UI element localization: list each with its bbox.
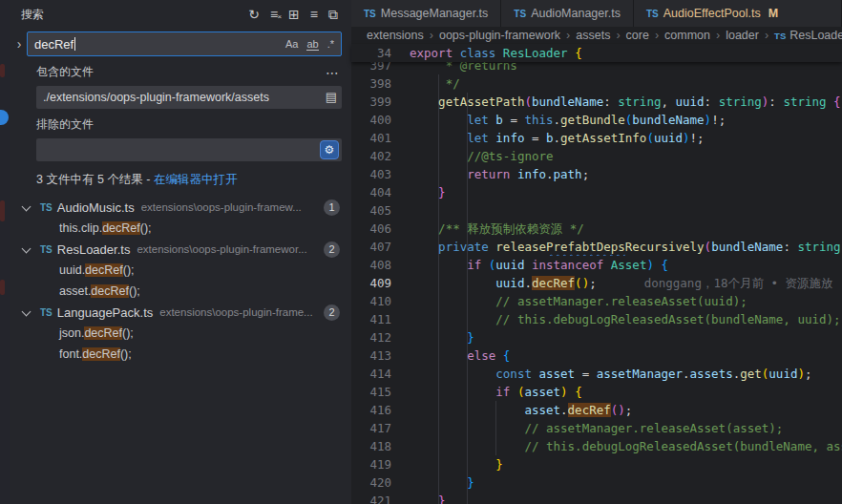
refresh-icon[interactable]: ↻ xyxy=(248,7,260,22)
typescript-file-icon: TS xyxy=(774,31,786,41)
line-number[interactable]: 421 xyxy=(351,492,391,504)
view-as-list-icon[interactable]: ≡ xyxy=(310,7,318,22)
line-number[interactable]: 408 xyxy=(351,256,391,274)
line-number[interactable]: 399 xyxy=(351,93,391,111)
breadcrumb-item[interactable]: common xyxy=(664,29,710,42)
tab-messagemanager-ts[interactable]: TSMessageManager.ts xyxy=(351,0,501,27)
breadcrumb-item[interactable]: assets xyxy=(576,29,610,42)
breadcrumb-file[interactable]: ResLoader.ts xyxy=(789,29,842,42)
code-line: 413 else { xyxy=(351,346,842,365)
tab-audioeffectpool-ts[interactable]: TSAudioEffectPool.tsM xyxy=(634,0,842,27)
code-line-text[interactable]: let b = this.getBundle(bundleName)!; xyxy=(391,111,842,129)
use-exclude-settings-gear-icon[interactable]: ⚙ xyxy=(320,140,339,159)
search-open-editors-icon[interactable]: ▤ xyxy=(326,90,337,104)
code-line-text[interactable]: if (uuid instanceof Asset) { xyxy=(391,256,842,274)
code-token: let xyxy=(467,113,489,127)
tab-audiomanager-ts[interactable]: TSAudioManager.ts xyxy=(501,0,634,27)
line-number[interactable]: 412 xyxy=(351,328,391,346)
chevron-down-icon[interactable] xyxy=(23,200,38,215)
line-number[interactable]: 403 xyxy=(351,165,391,183)
code-line-text[interactable]: // this.debugLogReleasedAsset(bundleName… xyxy=(391,310,842,328)
code-line-text[interactable]: } xyxy=(391,473,842,492)
code-line-text[interactable]: // assetManager.releaseAsset(uuid); xyxy=(391,292,842,310)
code-line-text[interactable]: //@ts-ignore xyxy=(391,147,842,165)
clear-search-results-icon[interactable]: ≡ xyxy=(270,7,278,22)
search-match-row[interactable]: asset.decRef(); xyxy=(10,281,351,302)
code-line-text[interactable]: // assetManager.releaseAsset(asset); xyxy=(391,419,842,437)
code-line-text[interactable] xyxy=(391,201,842,220)
search-match-row[interactable]: json.decRef(); xyxy=(10,323,351,344)
code-line: 400 let b = this.getBundle(bundleName)!; xyxy=(351,111,842,129)
line-number[interactable]: 418 xyxy=(351,437,391,455)
line-number[interactable]: 415 xyxy=(351,383,391,401)
code-line-text[interactable]: } xyxy=(391,183,842,201)
line-number[interactable]: 402 xyxy=(351,147,391,165)
open-in-editor-link[interactable]: 在编辑器中打开 xyxy=(154,173,238,186)
search-match-row[interactable]: this.clip.decRef(); xyxy=(10,218,351,239)
line-number[interactable]: 420 xyxy=(351,473,391,492)
code-line-text[interactable]: return info.path; xyxy=(391,165,842,183)
code-line-text[interactable]: if (asset) { xyxy=(391,383,842,401)
match-case-toggle[interactable]: Aa xyxy=(285,38,298,50)
line-number[interactable]: 404 xyxy=(351,183,391,201)
code-line-text[interactable]: */ xyxy=(391,74,842,93)
new-search-editor-icon[interactable]: ⊞ xyxy=(288,7,300,22)
line-number[interactable]: 400 xyxy=(351,111,391,129)
search-result-file-row[interactable]: TSLanguagePack.tsextensions\oops-plugin-… xyxy=(10,302,351,323)
code-line-text[interactable]: /** 释放预制依赖资源 */ xyxy=(391,220,842,238)
code-line-text[interactable]: } xyxy=(391,492,842,504)
code-line-text[interactable]: uuid.decRef();donggang，18个月前 • 资源施放 xyxy=(391,274,842,292)
chevron-down-icon[interactable] xyxy=(23,242,38,257)
collapse-all-icon[interactable]: ⧉ xyxy=(328,7,338,22)
code-line-text[interactable]: let info = b.getAssetInfo(uuid)!; xyxy=(391,129,842,147)
excludes-input[interactable]: ⚙ xyxy=(36,138,342,161)
line-number[interactable]: 413 xyxy=(351,346,391,365)
code-line-text[interactable]: getAssetPath(bundleName: string, uuid: s… xyxy=(391,93,842,111)
line-number[interactable]: 406 xyxy=(351,220,391,238)
search-match-row[interactable]: uuid.decRef(); xyxy=(10,260,351,281)
code-token: { xyxy=(661,258,668,272)
code-line-text[interactable]: private releasePrefabtDepsRecursively(bu… xyxy=(391,238,842,256)
breadcrumb-item[interactable]: core xyxy=(626,29,649,42)
line-number[interactable]: 407 xyxy=(351,238,391,256)
line-number[interactable]: 410 xyxy=(351,292,391,310)
line-number[interactable]: 411 xyxy=(351,310,391,328)
line-number[interactable]: 409 xyxy=(351,274,391,292)
code-line-text[interactable]: export class ResLoader { xyxy=(391,44,842,62)
line-number[interactable]: 398 xyxy=(351,74,391,93)
includes-input[interactable]: ./extensions/oops-plugin-framework/asset… xyxy=(36,86,342,109)
chevron-down-icon[interactable] xyxy=(23,305,38,320)
code-line-text[interactable]: // this.debugLogReleasedAsset(bundleName… xyxy=(391,437,842,455)
line-number[interactable]: 34 xyxy=(351,44,391,62)
search-result-file-row[interactable]: TSResLoader.tsextensions\oops-plugin-fra… xyxy=(10,239,351,260)
breadcrumb-item[interactable]: oops-plugin-framework xyxy=(439,29,560,42)
breadcrumb-item[interactable]: extensions xyxy=(367,29,424,42)
line-number[interactable]: 417 xyxy=(351,419,391,437)
toggle-replace-chevron[interactable]: › xyxy=(11,36,27,52)
code-token: () xyxy=(575,276,589,290)
code-line-text[interactable]: const asset = assetManager.assets.get(uu… xyxy=(391,365,842,383)
code-token xyxy=(410,367,495,381)
breadcrumb-item[interactable]: loader xyxy=(726,29,759,42)
search-match-row[interactable]: font.decRef(); xyxy=(10,344,351,365)
line-number[interactable]: 416 xyxy=(351,401,391,419)
line-number[interactable]: 419 xyxy=(351,455,391,473)
search-header: 搜索 ↻≡⊞≡⧉ xyxy=(10,0,351,29)
use-regex-toggle[interactable]: .* xyxy=(327,38,334,50)
search-result-file-row[interactable]: TSAudioMusic.tsextensions\oops-plugin-fr… xyxy=(10,197,351,218)
line-number[interactable]: 401 xyxy=(351,129,391,147)
more-actions-icon[interactable]: ⋯ xyxy=(326,65,340,80)
line-number[interactable]: 405 xyxy=(351,201,391,220)
line-number[interactable]: 414 xyxy=(351,365,391,383)
code-line-text[interactable]: } xyxy=(391,455,842,473)
code-token xyxy=(410,439,524,453)
code-line-text[interactable]: else { xyxy=(391,346,842,365)
sticky-scroll-line[interactable]: 34export class ResLoader { xyxy=(351,44,842,62)
line-number[interactable]: 397 xyxy=(351,62,391,74)
code-token: */ xyxy=(410,76,460,91)
whole-word-toggle[interactable]: ab xyxy=(306,38,318,51)
code-line-text[interactable]: asset.decRef(); xyxy=(391,401,842,419)
search-input[interactable]: decRef Aaab.* xyxy=(27,32,342,56)
code-line-text[interactable]: * @returns xyxy=(391,62,842,74)
code-line-text[interactable]: } xyxy=(391,328,842,346)
